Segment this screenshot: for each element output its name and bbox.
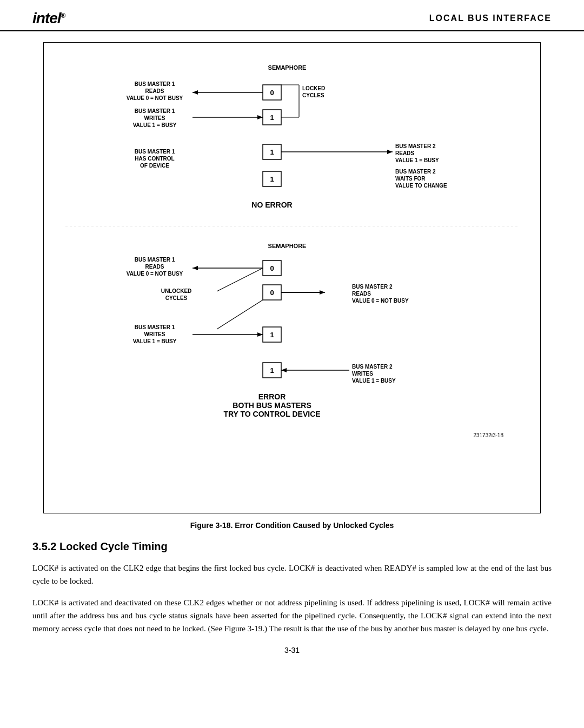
paragraph-1: LOCK# is activated on the CLK2 edge that… (32, 562, 552, 587)
svg-text:WRITES: WRITES (144, 115, 165, 121)
svg-text:BUS MASTER 2: BUS MASTER 2 (395, 169, 436, 175)
svg-text:OF DEVICE: OF DEVICE (140, 163, 169, 169)
logo-text: intel® (32, 10, 65, 26)
svg-text:BUS MASTER 2: BUS MASTER 2 (352, 284, 393, 290)
figure-box: SEMAPHORE BUS MASTER 1 READS VALUE 0 = N… (43, 42, 541, 513)
svg-text:BUS MASTER 1: BUS MASTER 1 (135, 81, 175, 87)
svg-text:READS: READS (352, 291, 371, 297)
section-title: Locked Cycle Timing (59, 540, 168, 552)
svg-marker-5 (193, 90, 198, 95)
svg-text:BOTH BUS MASTERS: BOTH BUS MASTERS (233, 401, 311, 410)
svg-text:1: 1 (270, 113, 274, 122)
svg-text:SEMAPHORE: SEMAPHORE (268, 64, 307, 71)
svg-text:BUS MASTER 1: BUS MASTER 1 (135, 108, 175, 114)
section-number: 3.5.2 (32, 540, 56, 552)
svg-text:VALUE 0 = NOT BUSY: VALUE 0 = NOT BUSY (127, 271, 183, 277)
svg-text:1: 1 (270, 148, 274, 156)
svg-text:ERROR: ERROR (258, 392, 286, 401)
svg-text:1: 1 (270, 175, 274, 183)
paragraph-2: LOCK# is activated and deactivated on th… (32, 596, 552, 635)
page-header: intel® LOCAL BUS INTERFACE (0, 0, 584, 31)
svg-text:1: 1 (270, 331, 274, 339)
svg-text:SEMAPHORE: SEMAPHORE (268, 243, 307, 249)
logo-reg: ® (61, 12, 65, 19)
svg-marker-42 (193, 266, 198, 270)
svg-text:0: 0 (270, 264, 274, 272)
svg-text:BUS MASTER 2: BUS MASTER 2 (395, 143, 436, 149)
svg-text:WRITES: WRITES (144, 331, 165, 337)
svg-text:UNLOCKED: UNLOCKED (161, 288, 192, 294)
svg-text:VALUE 0 = NOT BUSY: VALUE 0 = NOT BUSY (127, 95, 183, 101)
svg-line-45 (217, 268, 263, 291)
diagram-area: SEMAPHORE BUS MASTER 1 READS VALUE 0 = N… (49, 54, 535, 497)
svg-text:VALUE 1 = BUSY: VALUE 1 = BUSY (133, 122, 177, 128)
svg-text:HAS CONTROL: HAS CONTROL (135, 156, 174, 162)
diagram-svg: SEMAPHORE BUS MASTER 1 READS VALUE 0 = N… (49, 54, 536, 497)
svg-text:CYCLES: CYCLES (165, 295, 188, 301)
svg-text:NO ERROR: NO ERROR (251, 201, 292, 209)
svg-text:231732i3-18: 231732i3-18 (473, 432, 503, 438)
svg-marker-70 (281, 368, 287, 372)
svg-text:LOCKED: LOCKED (302, 85, 325, 91)
figure-caption: Figure 3-18. Error Condition Caused by U… (32, 521, 552, 530)
svg-text:CYCLES: CYCLES (302, 92, 324, 98)
svg-text:WAITS FOR: WAITS FOR (395, 176, 426, 182)
svg-text:VALUE 1 = BUSY: VALUE 1 = BUSY (395, 157, 439, 163)
header-title: LOCAL BUS INTERFACE (429, 14, 552, 23)
svg-marker-61 (257, 332, 263, 337)
svg-text:READS: READS (395, 150, 414, 156)
svg-text:0: 0 (270, 89, 274, 97)
svg-marker-26 (387, 150, 393, 154)
svg-text:READS: READS (145, 264, 164, 270)
svg-text:0: 0 (270, 289, 274, 297)
svg-marker-17 (257, 115, 263, 119)
page-content: SEMAPHORE BUS MASTER 1 READS VALUE 0 = N… (0, 31, 584, 665)
section-heading: 3.5.2 Locked Cycle Timing (32, 540, 552, 553)
page-number: 3-31 (32, 646, 552, 654)
intel-logo: intel® (32, 10, 65, 27)
svg-text:READS: READS (145, 88, 164, 94)
svg-text:VALUE 0 = NOT BUSY: VALUE 0 = NOT BUSY (352, 298, 409, 304)
svg-text:1: 1 (270, 366, 274, 375)
svg-text:TRY TO CONTROL DEVICE: TRY TO CONTROL DEVICE (223, 410, 320, 418)
svg-text:BUS MASTER 1: BUS MASTER 1 (135, 324, 175, 330)
svg-text:BUS MASTER 2: BUS MASTER 2 (352, 364, 393, 370)
svg-text:VALUE 1 = BUSY: VALUE 1 = BUSY (133, 338, 177, 344)
svg-text:VALUE TO CHANGE: VALUE TO CHANGE (395, 183, 447, 189)
svg-text:VALUE 1 = BUSY: VALUE 1 = BUSY (352, 378, 396, 384)
svg-line-53 (217, 300, 263, 329)
svg-text:WRITES: WRITES (352, 371, 373, 377)
svg-text:BUS MASTER 1: BUS MASTER 1 (135, 257, 175, 263)
svg-text:BUS MASTER 1: BUS MASTER 1 (135, 149, 175, 155)
